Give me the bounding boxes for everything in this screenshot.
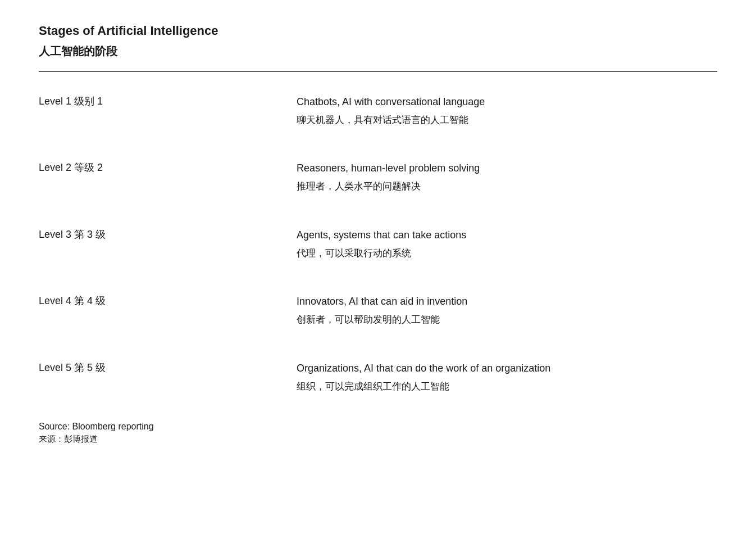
level-cell-4: Level 4 第 4 级	[39, 277, 297, 344]
description-cell-2: Reasoners, human-level problem solving推理…	[297, 144, 717, 211]
desc-zh-3: 代理，可以采取行动的系统	[297, 246, 717, 261]
description-cell-4: Innovators, AI that can aid in invention…	[297, 277, 717, 344]
desc-en-5: Organizations, AI that can do the work o…	[297, 361, 717, 376]
main-title-zh: 人工智能的阶段	[39, 43, 717, 59]
level-cell-1: Level 1 级别 1	[39, 78, 297, 144]
desc-zh-4: 创新者，可以帮助发明的人工智能	[297, 313, 717, 327]
level-cell-2: Level 2 等级 2	[39, 144, 297, 211]
level-label-en-3: Level 3 第 3 级	[39, 228, 297, 241]
level-cell-5: Level 5 第 5 级	[39, 344, 297, 411]
table-row: Level 3 第 3 级Agents, systems that can ta…	[39, 211, 717, 278]
level-label-en-1: Level 1 级别 1	[39, 94, 297, 108]
description-cell-5: Organizations, AI that can do the work o…	[297, 344, 717, 411]
source-section: Source: Bloomberg reporting 来源：彭博报道	[39, 416, 717, 445]
table-row: Level 5 第 5 级Organizations, AI that can …	[39, 344, 717, 411]
main-title-en: Stages of Artificial Intelligence	[39, 22, 717, 40]
description-cell-1: Chatbots, AI with conversational languag…	[297, 78, 717, 144]
level-label-en-2: Level 2 等级 2	[39, 161, 297, 174]
levels-table: Level 1 级别 1Chatbots, AI with conversati…	[39, 78, 717, 411]
source-label-zh: 来源：彭博报道	[39, 434, 717, 445]
table-row: Level 2 等级 2Reasoners, human-level probl…	[39, 144, 717, 211]
source-label-en: Source: Bloomberg reporting	[39, 422, 717, 432]
level-label-en-4: Level 4 第 4 级	[39, 294, 297, 307]
desc-en-1: Chatbots, AI with conversational languag…	[297, 94, 717, 110]
level-label-en-5: Level 5 第 5 级	[39, 361, 297, 374]
description-cell-3: Agents, systems that can take actions代理，…	[297, 211, 717, 278]
table-row: Level 4 第 4 级Innovators, AI that can aid…	[39, 277, 717, 344]
desc-zh-1: 聊天机器人，具有对话式语言的人工智能	[297, 113, 717, 128]
level-cell-3: Level 3 第 3 级	[39, 211, 297, 278]
header-section: Stages of Artificial Intelligence 人工智能的阶…	[39, 22, 717, 59]
desc-zh-2: 推理者，人类水平的问题解决	[297, 179, 717, 194]
desc-zh-5: 组织，可以完成组织工作的人工智能	[297, 379, 717, 394]
desc-en-3: Agents, systems that can take actions	[297, 228, 717, 243]
desc-en-2: Reasoners, human-level problem solving	[297, 161, 717, 176]
table-row: Level 1 级别 1Chatbots, AI with conversati…	[39, 78, 717, 144]
section-divider	[39, 71, 717, 72]
desc-en-4: Innovators, AI that can aid in invention	[297, 294, 717, 309]
